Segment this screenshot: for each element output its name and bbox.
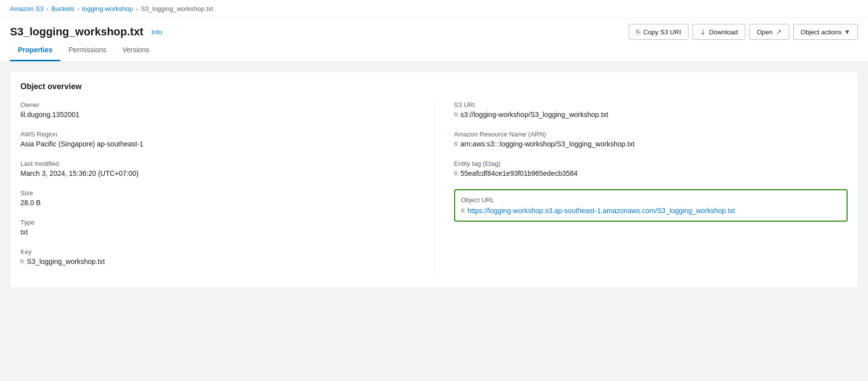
etag-value-area: ⎘ 55eafcdf84ce1e93f01b965edecb3584 [454,169,848,177]
copy-s3-uri-label: Copy S3 URI [643,28,681,36]
open-button[interactable]: Open ↗ [749,24,789,40]
last-modified-value: March 3, 2024, 15:36:20 (UTC+07:00) [20,169,414,177]
owner-value: lil.dugong.1352001 [20,111,414,119]
aws-region-label: AWS Region [20,130,414,138]
open-label: Open [757,28,773,36]
download-button[interactable]: ⤓ Download [693,24,745,40]
info-button[interactable]: Info [149,27,166,37]
breadcrumb-sep-3: › [136,6,138,12]
breadcrumb-sep-1: › [46,6,48,12]
etag-copy-icon[interactable]: ⎘ [454,170,458,177]
title-area: S3_logging_workshop.txt Info [10,25,165,38]
object-url-link[interactable]: https://logging-workshop.s3.ap-southeast… [468,207,735,215]
arn-label: Amazon Resource Name (ARN) [454,130,848,138]
breadcrumb: Amazon S3 › Buckets › logging-workshop ›… [0,0,868,18]
object-url-box: Object URL ⎘ https://logging-workshop.s3… [454,189,848,222]
type-label: Type [20,219,414,226]
tab-versions[interactable]: Versions [115,40,158,61]
object-url-label: Object URL [461,196,841,204]
copy-s3-uri-button[interactable]: ⎘ Copy S3 URI [629,24,689,40]
last-modified-label: Last modified [20,160,414,167]
etag-label: Entity tag (Etag) [454,160,848,167]
s3-uri-label: S3 URI [454,101,848,109]
aws-region-field: AWS Region Asia Pacific (Singapore) ap-s… [20,130,414,148]
page-title: S3_logging_workshop.txt [10,25,144,38]
s3-uri-copy-icon[interactable]: ⎘ [454,111,458,118]
header-actions: ⎘ Copy S3 URI ⤓ Download Open ↗ Object a… [629,24,858,40]
key-label: Key [20,248,414,255]
owner-field: Owner lil.dugong.1352001 [20,101,414,119]
s3-uri-field: S3 URI ⎘ s3://logging-workshop/S3_loggin… [454,101,848,119]
section-title: Object overview [20,82,848,91]
page-header: S3_logging_workshop.txt Info ⎘ Copy S3 U… [0,18,868,40]
size-label: Size [20,189,414,197]
etag-value: 55eafcdf84ce1e93f01b965edecb3584 [461,169,578,177]
owner-label: Owner [20,101,414,109]
content: Object overview Owner lil.dugong.1352001… [0,62,868,298]
object-url-value-area: ⎘ https://logging-workshop.s3.ap-southea… [461,207,841,215]
breadcrumb-sep-2: › [77,6,79,12]
s3-uri-value: s3://logging-workshop/S3_logging_worksho… [461,111,609,119]
tabs-bar: Properties Permissions Versions [0,40,868,62]
external-link-icon: ↗ [776,28,782,36]
breadcrumb-amazon-s3[interactable]: Amazon S3 [10,5,43,12]
arn-value-area: ⎘ arn:aws:s3:::logging-workshop/S3_loggi… [454,140,848,148]
size-value: 28.0 B [20,199,414,207]
download-label: Download [709,28,738,36]
last-modified-field: Last modified March 3, 2024, 15:36:20 (U… [20,160,414,177]
etag-field: Entity tag (Etag) ⎘ 55eafcdf84ce1e93f01b… [454,160,848,177]
key-value: S3_logging_workshop.txt [27,257,105,265]
aws-region-value: Asia Pacific (Singapore) ap-southeast-1 [20,140,414,148]
tab-permissions[interactable]: Permissions [60,40,114,61]
arn-copy-icon[interactable]: ⎘ [454,140,458,147]
key-value-area: ⎘ S3_logging_workshop.txt [20,257,414,265]
object-url-copy-icon[interactable]: ⎘ [461,207,465,214]
overview-grid: Owner lil.dugong.1352001 AWS Region Asia… [20,101,848,277]
object-actions-button[interactable]: Object actions ▼ [793,24,858,40]
left-column: Owner lil.dugong.1352001 AWS Region Asia… [20,101,434,277]
chevron-down-icon: ▼ [844,28,851,36]
key-field: Key ⎘ S3_logging_workshop.txt [20,248,414,265]
type-value: txt [20,228,414,236]
right-column: S3 URI ⎘ s3://logging-workshop/S3_loggin… [434,101,848,277]
type-field: Type txt [20,219,414,236]
key-copy-icon[interactable]: ⎘ [20,258,24,265]
size-field: Size 28.0 B [20,189,414,207]
arn-value: arn:aws:s3:::logging-workshop/S3_logging… [461,140,635,148]
copy-icon: ⎘ [636,28,640,36]
object-actions-label: Object actions [801,28,842,36]
s3-uri-value-area: ⎘ s3://logging-workshop/S3_logging_works… [454,111,848,119]
object-overview-card: Object overview Owner lil.dugong.1352001… [10,72,858,288]
breadcrumb-logging-workshop[interactable]: logging-workshop [82,5,133,12]
arn-field: Amazon Resource Name (ARN) ⎘ arn:aws:s3:… [454,130,848,148]
breadcrumb-current: S3_logging_workshop.txt [141,5,213,12]
breadcrumb-buckets[interactable]: Buckets [51,5,74,12]
tab-properties[interactable]: Properties [10,40,60,61]
download-icon: ⤓ [700,28,706,36]
